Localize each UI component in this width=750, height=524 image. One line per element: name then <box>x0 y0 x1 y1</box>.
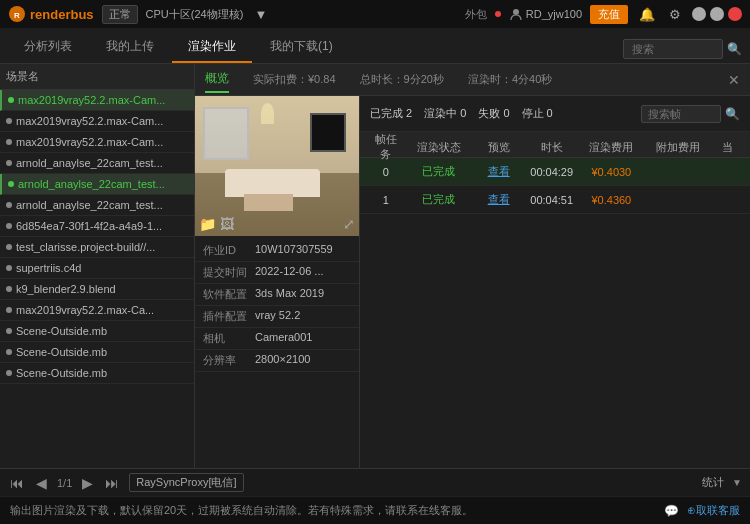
info-row-plugin: 插件配置 vray 52.2 <box>195 306 359 328</box>
resolution-label: 分辨率 <box>203 353 255 368</box>
logo-text: renderbus <box>30 7 94 22</box>
bell-icon[interactable]: 🔔 <box>636 7 658 22</box>
recharge-button[interactable]: 充值 <box>590 5 628 24</box>
list-item[interactable]: arnold_anaylse_22cam_test... <box>0 174 194 195</box>
status-dot <box>6 223 12 229</box>
cell-cost: ¥0.4360 <box>578 194 644 206</box>
col-extra: 附加费用 <box>645 140 711 155</box>
job-info-rows: 作业ID 10W107307559 提交时间 2022-12-06 ... 软件… <box>195 236 359 468</box>
logo: R renderbus <box>8 5 94 23</box>
job-name: Scene-Outside.mb <box>16 367 107 379</box>
submit-time-label: 提交时间 <box>203 265 255 280</box>
tab-analysis[interactable]: 分析列表 <box>8 32 88 63</box>
status-dot <box>8 181 14 187</box>
cell-cost: ¥0.4030 <box>578 166 644 178</box>
room-scene <box>195 96 359 236</box>
table-row[interactable]: 1 已完成 查看 00:04:51 ¥0.4360 <box>360 186 750 214</box>
list-item[interactable]: arnold_anaylse_22cam_test... <box>0 195 194 216</box>
cell-preview: 查看 <box>472 164 525 179</box>
info-row-jobid: 作业ID 10W107307559 <box>195 240 359 262</box>
notification-dot <box>495 11 501 17</box>
submit-time-value: 2022-12-06 ... <box>255 265 324 280</box>
job-name: max2019vray52.2.max-Cam... <box>16 136 163 148</box>
list-item[interactable]: max2019vray52.2.max-Cam... <box>0 90 194 111</box>
stats-dropdown-icon[interactable]: ▼ <box>732 477 742 488</box>
detail-overlay: 概览 实际扣费：¥0.84 总时长：9分20秒 渲染时：4分40秒 ✕ <box>195 64 750 468</box>
list-item[interactable]: 6d854ea7-30f1-4f2a-a4a9-1... <box>0 216 194 237</box>
job-name: k9_blender2.9.blend <box>16 283 116 295</box>
list-item[interactable]: max2019vray52.2.max-Cam... <box>0 132 194 153</box>
cell-duration: 00:04:29 <box>525 166 578 178</box>
view-link[interactable]: 查看 <box>488 193 510 205</box>
detail-close-button[interactable]: ✕ <box>728 72 740 88</box>
col-current: 当 <box>711 140 744 155</box>
folder-icon[interactable]: 📁 <box>199 216 216 232</box>
detail-topbar: 概览 实际扣费：¥0.84 总时长：9分20秒 渲染时：4分40秒 ✕ <box>195 64 750 96</box>
job-name: arnold_anaylse_22cam_test... <box>18 178 165 190</box>
status-dot <box>6 307 12 313</box>
stats-button[interactable]: 统计 <box>702 475 724 490</box>
svg-point-2 <box>513 9 519 15</box>
nav-search: 🔍 <box>623 39 742 59</box>
expand-icon[interactable]: ⤢ <box>343 216 355 232</box>
close-button[interactable] <box>728 7 742 21</box>
detail-fee-info: 实际扣费：¥0.84 <box>253 72 336 87</box>
detail-right: 已完成 2 渲染中 0 失败 0 停止 0 🔍 帧任务 渲染状态 <box>360 96 750 468</box>
proxy-button[interactable]: RaySyncProxy[电信] <box>129 473 243 492</box>
list-item[interactable]: k9_blender2.9.blend <box>0 279 194 300</box>
title-bar-right: 外包 RD_yjw100 充值 🔔 ⚙ <box>465 5 742 24</box>
scene-name-header: 场景名 <box>6 69 188 84</box>
col-preview: 预览 <box>472 140 525 155</box>
cpu-dropdown-icon[interactable]: ▼ <box>251 7 270 22</box>
frame-search-icon[interactable]: 🔍 <box>725 107 740 121</box>
job-name: 6d854ea7-30f1-4f2a-a4a9-1... <box>16 220 162 232</box>
image-icon[interactable]: 🖼 <box>220 216 234 232</box>
search-icon[interactable]: 🔍 <box>727 42 742 56</box>
view-link[interactable]: 查看 <box>488 165 510 177</box>
maximize-button[interactable] <box>710 7 724 21</box>
search-input[interactable] <box>623 39 723 59</box>
prev-page-button[interactable]: ◀ <box>34 475 49 491</box>
list-item[interactable]: Scene-Outside.mb <box>0 321 194 342</box>
list-item[interactable]: arnold_anaylse_22cam_test... <box>0 153 194 174</box>
detail-tab-overview[interactable]: 概览 <box>205 66 229 93</box>
main-content: 场景名 max2019vray52.2.max-Cam... max2019vr… <box>0 64 750 468</box>
info-row-software: 软件配置 3ds Max 2019 <box>195 284 359 306</box>
detail-render-time: 渲染时：4分40秒 <box>468 72 552 87</box>
list-item[interactable]: Scene-Outside.mb <box>0 342 194 363</box>
tab-render[interactable]: 渲染作业 <box>172 32 252 63</box>
frame-search-input[interactable] <box>641 105 721 123</box>
stat-done: 已完成 2 <box>370 106 412 121</box>
room-tv <box>310 113 346 152</box>
job-name: Scene-Outside.mb <box>16 325 107 337</box>
stat-failed: 失败 0 <box>478 106 509 121</box>
info-row-submittime: 提交时间 2022-12-06 ... <box>195 262 359 284</box>
last-page-button[interactable]: ⏭ <box>103 475 121 491</box>
cell-duration: 00:04:51 <box>525 194 578 206</box>
list-item[interactable]: supertriis.c4d <box>0 258 194 279</box>
status-bar: 输出图片渲染及下载，默认保留20天，过期被系统自动清除。若有特殊需求，请联系在线… <box>0 496 750 524</box>
window-controls <box>692 7 742 21</box>
thumbnail-icons: 📁 🖼 <box>199 216 234 232</box>
list-item[interactable]: test_clarisse.project-build//... <box>0 237 194 258</box>
job-name: max2019vray52.2.max-Ca... <box>16 304 154 316</box>
minimize-button[interactable] <box>692 7 706 21</box>
next-page-button[interactable]: ▶ <box>80 475 95 491</box>
tab-upload[interactable]: 我的上传 <box>90 32 170 63</box>
list-item[interactable]: Scene-Outside.mb <box>0 363 194 384</box>
tab-download[interactable]: 我的下载(1) <box>254 32 349 63</box>
settings-icon[interactable]: ⚙ <box>666 7 684 22</box>
table-row[interactable]: 0 已完成 查看 00:04:29 ¥0.4030 <box>360 158 750 186</box>
support-button[interactable]: ⊕取联客服 <box>687 503 740 518</box>
user-icon <box>509 7 523 21</box>
plugin-label: 插件配置 <box>203 309 255 324</box>
first-page-button[interactable]: ⏮ <box>8 475 26 491</box>
info-row-camera: 相机 Camera001 <box>195 328 359 350</box>
task-table: 帧任务 渲染状态 预览 时长 渲染费用 附加费用 当 0 已完成 <box>360 132 750 468</box>
status-dot <box>6 286 12 292</box>
col-status: 渲染状态 <box>406 140 472 155</box>
plugin-value: vray 52.2 <box>255 309 300 324</box>
list-item[interactable]: max2019vray52.2.max-Ca... <box>0 300 194 321</box>
cell-status: 已完成 <box>406 192 472 207</box>
list-item[interactable]: max2019vray52.2.max-Cam... <box>0 111 194 132</box>
